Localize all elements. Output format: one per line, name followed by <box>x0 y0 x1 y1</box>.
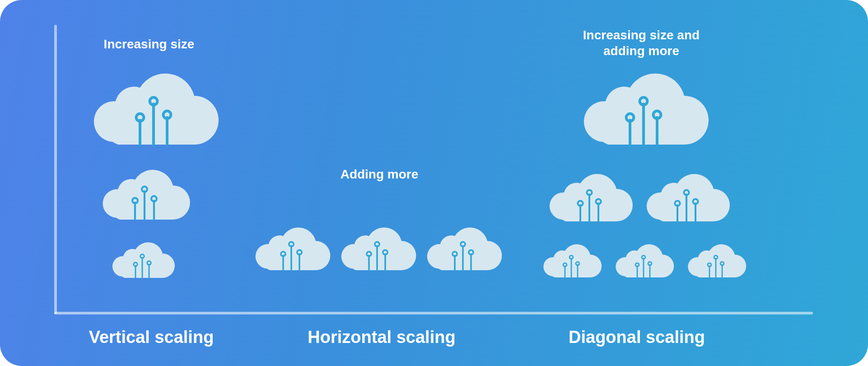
category-label-vertical: Vertical scaling <box>61 328 242 347</box>
cloud-icon <box>108 237 176 282</box>
cloud-icon <box>86 63 221 151</box>
cloud-icon <box>97 163 192 225</box>
cloud-icon <box>422 221 504 274</box>
x-axis <box>54 312 813 314</box>
cloud-icon <box>540 239 603 281</box>
cloud-icon <box>641 167 732 226</box>
cloud-icon <box>576 63 711 151</box>
cloud-icon <box>612 239 675 281</box>
heading-horizontal: Adding more <box>325 166 434 182</box>
heading-vertical: Increasing size <box>90 36 208 52</box>
scaling-diagram-canvas: Increasing size Adding more Increasing s… <box>0 0 868 366</box>
heading-diagonal: Increasing size and adding more <box>546 27 736 59</box>
cloud-icon <box>544 167 635 226</box>
cloud-icon <box>251 221 332 274</box>
category-label-horizontal: Horizontal scaling <box>287 328 476 347</box>
cloud-icon <box>684 239 747 281</box>
y-axis <box>54 25 57 314</box>
cloud-icon <box>336 221 418 274</box>
category-label-diagonal: Diagonal scaling <box>542 328 732 347</box>
